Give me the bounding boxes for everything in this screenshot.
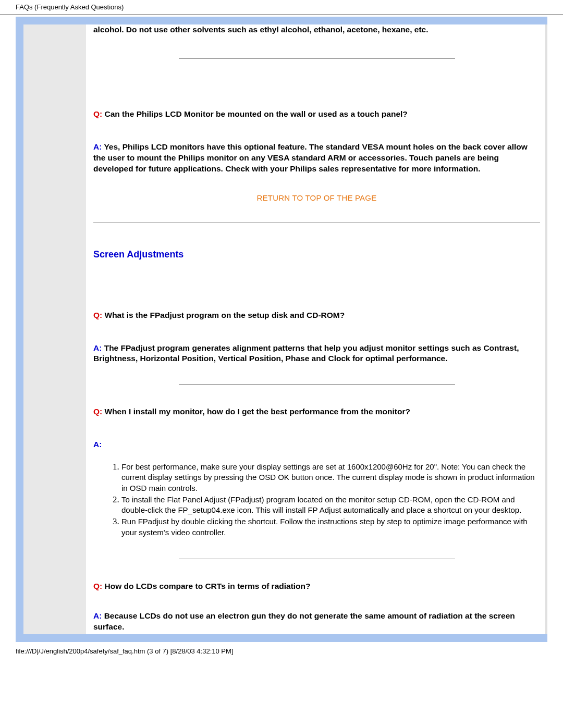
qa2-answer: A: The FPadjust program generates alignm… (93, 343, 540, 365)
qa2-question: Q: What is the FPadjust program on the s… (93, 310, 540, 321)
a-text: The FPadjust program generates alignment… (93, 343, 519, 363)
q-label: Q: (93, 311, 102, 319)
a-label: A: (93, 611, 102, 620)
left-sidebar (23, 24, 86, 634)
q-label: Q: (93, 582, 102, 590)
qa1-question: Q: Can the Philips LCD Monitor be mounte… (93, 109, 540, 120)
top-fragment-text: alcohol. Do not use other solvents such … (93, 24, 540, 35)
q-text: Can the Philips LCD Monitor be mounted o… (102, 109, 408, 118)
scrollbar-track[interactable] (545, 24, 547, 634)
a-label: A: (93, 142, 102, 151)
return-to-top[interactable]: RETURN TO TOP OF THE PAGE (93, 193, 540, 203)
a-text: Because LCDs do not use an electron gun … (93, 611, 515, 631)
content-frame: alcohol. Do not use other solvents such … (16, 17, 547, 642)
step-text: For best performance, make sure your dis… (121, 462, 540, 493)
qa3-question: Q: When I install my monitor, how do I g… (93, 406, 540, 417)
a-text: Yes, Philips LCD monitors have this opti… (93, 142, 528, 173)
main-content: alcohol. Do not use other solvents such … (86, 24, 547, 634)
page-header: FAQs (Frequently Asked Questions) (0, 0, 563, 15)
q-text: What is the FPadjust program on the setu… (102, 311, 345, 319)
list-item: Run FPadjust by double clicking the shor… (121, 516, 540, 538)
section-divider (93, 223, 540, 223)
step-text: Run FPadjust by double clicking the shor… (121, 516, 540, 538)
qa4-answer: A: Because LCDs do not use an electron g… (93, 611, 540, 633)
section-heading: Screen Adjustments (93, 249, 540, 260)
q-text: When I install my monitor, how do I get … (102, 407, 410, 416)
steps-list: For best performance, make sure your dis… (121, 462, 540, 538)
q-text: How do LCDs compare to CRTs in terms of … (102, 582, 310, 590)
q-label: Q: (93, 109, 102, 118)
qa1-answer: A: Yes, Philips LCD monitors have this o… (93, 142, 540, 175)
qa3-answer-label: A: (93, 439, 540, 450)
list-item: To install the Flat Panel Adjust (FPadju… (121, 495, 540, 516)
qa4-question: Q: How do LCDs compare to CRTs in terms … (93, 581, 540, 592)
step-text: To install the Flat Panel Adjust (FPadju… (121, 495, 540, 516)
a-label: A: (93, 343, 102, 352)
list-item: For best performance, make sure your dis… (121, 462, 540, 493)
q-label: Q: (93, 407, 102, 416)
a-label: A: (93, 440, 102, 449)
footer-file-path: file:///D|/J/english/200p4/safety/saf_fa… (0, 642, 563, 660)
return-link[interactable]: RETURN TO TOP OF THE PAGE (257, 193, 377, 202)
